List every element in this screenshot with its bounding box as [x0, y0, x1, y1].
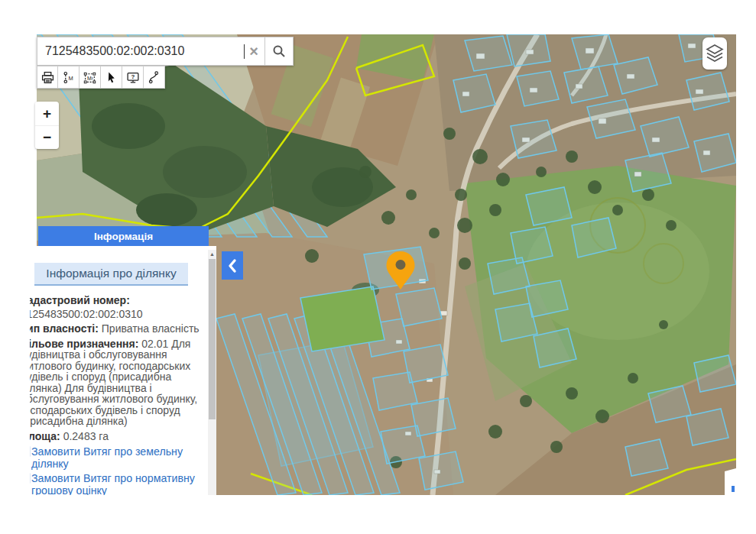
measure-length-button[interactable]: M — [58, 66, 79, 89]
clipped-control — [732, 486, 735, 492]
collapse-panel-button[interactable] — [222, 251, 243, 280]
green-parcel[interactable] — [300, 286, 384, 351]
help-tool-button[interactable]: ? — [122, 66, 144, 89]
field-label: Тип власності: — [30, 322, 99, 335]
link-order-parcel-extract[interactable]: Замовити Витяг про земельну ділянку — [30, 445, 208, 470]
measure-area-button[interactable]: M² — [79, 66, 101, 89]
search-button[interactable] — [264, 37, 294, 66]
cursor-icon — [105, 71, 118, 84]
field-purpose: Цільове призначення: 02.01 Для будівницт… — [30, 338, 208, 427]
scroll-up-icon[interactable]: ▲ — [208, 250, 216, 258]
field-value: 7125483500:02:002:0310 — [30, 308, 143, 320]
layers-icon — [706, 44, 724, 63]
svg-text:M²: M² — [87, 75, 94, 80]
zoom-out-button[interactable]: − — [35, 125, 59, 149]
measure-area-icon: M² — [83, 71, 96, 84]
chevron-left-icon — [226, 257, 238, 274]
route-icon — [148, 71, 161, 84]
search-input[interactable]: 7125483500:02:002:0310 × — [37, 37, 264, 66]
field-cadastral-number: Кадастровий номер:7125483500:02:002:0310 — [30, 295, 208, 319]
marker-body — [387, 251, 415, 290]
field-area: Площа: 0.2483 га — [30, 431, 208, 442]
section-title: Інформація про ділянку — [34, 263, 188, 286]
print-button[interactable] — [37, 66, 58, 89]
field-label: Кадастровий номер: — [30, 295, 208, 306]
map-marker[interactable] — [384, 251, 417, 290]
search-icon — [272, 44, 286, 58]
field-ownership-type: Тип власності: Приватна власність — [30, 323, 208, 335]
panel-scrollbar[interactable]: ▲ — [208, 250, 216, 495]
svg-text:?: ? — [131, 73, 135, 80]
scrollbar-thumb[interactable] — [209, 259, 216, 419]
screen-help-icon: ? — [126, 71, 140, 84]
field-value: 02.01 Для будівництва і обслуговування ж… — [30, 338, 197, 428]
printer-icon — [41, 71, 54, 84]
clear-search-icon[interactable]: × — [245, 43, 258, 60]
search-value: 7125483500:02:002:0310 — [45, 44, 244, 58]
search-bar: 7125483500:02:002:0310 × — [37, 37, 294, 66]
layers-button[interactable] — [702, 37, 727, 70]
link-order-valuation-extract[interactable]: Замовити Витяг про нормативну грошову оц… — [30, 472, 208, 495]
field-label: Площа: — [30, 430, 60, 442]
zoom-in-button[interactable]: + — [35, 102, 59, 125]
info-panel-tab[interactable]: Інформація — [38, 226, 209, 246]
map-toolbar: M M² ? — [37, 66, 165, 89]
route-tool-button[interactable] — [144, 66, 165, 89]
field-value: Приватна власність — [102, 322, 200, 335]
measure-length-icon: M — [62, 71, 75, 84]
pointer-tool-button[interactable] — [101, 66, 122, 89]
marker-hole — [396, 260, 406, 270]
svg-text:M: M — [69, 74, 73, 81]
field-value: 0.2483 га — [63, 430, 109, 442]
info-panel-content: Інформація про ділянку Кадастровий номер… — [30, 246, 208, 495]
page: 7125483500:02:002:0310 × — [0, 0, 756, 534]
zoom-controls: + − — [35, 102, 59, 149]
